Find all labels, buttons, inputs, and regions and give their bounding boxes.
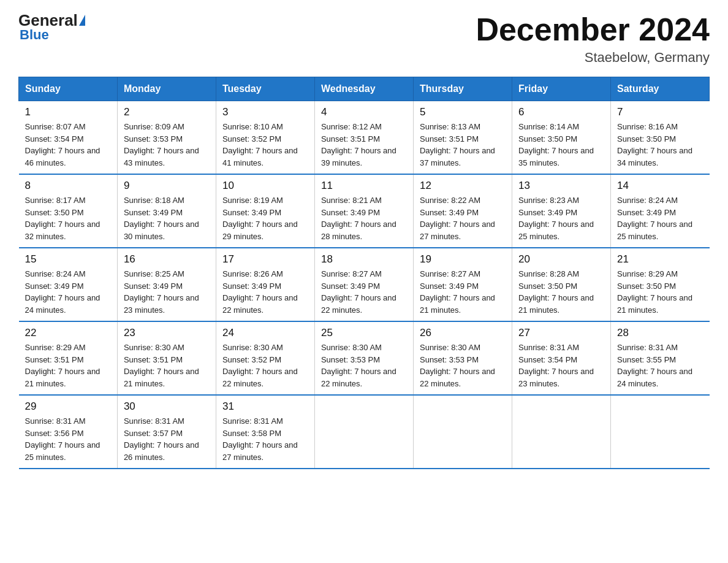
- day-number: 31: [222, 400, 308, 413]
- day-number: 4: [321, 106, 407, 118]
- calendar-cell: 4 Sunrise: 8:12 AMSunset: 3:51 PMDayligh…: [314, 101, 413, 175]
- calendar-cell: 3 Sunrise: 8:10 AMSunset: 3:52 PMDayligh…: [216, 101, 314, 175]
- column-header-tuesday: Tuesday: [216, 77, 314, 101]
- day-info: Sunrise: 8:25 AMSunset: 3:49 PMDaylight:…: [124, 269, 199, 315]
- day-info: Sunrise: 8:27 AMSunset: 3:49 PMDaylight:…: [420, 269, 495, 315]
- day-number: 6: [518, 106, 604, 118]
- calendar-table: SundayMondayTuesdayWednesdayThursdayFrid…: [18, 77, 710, 469]
- day-number: 13: [518, 180, 604, 192]
- logo-triangle-icon: [79, 15, 85, 26]
- week-row-2: 8 Sunrise: 8:17 AMSunset: 3:50 PMDayligh…: [19, 174, 710, 248]
- day-number: 19: [420, 253, 506, 266]
- day-number: 17: [222, 253, 308, 266]
- day-info: Sunrise: 8:24 AMSunset: 3:49 PMDaylight:…: [25, 269, 100, 315]
- column-header-monday: Monday: [117, 77, 216, 101]
- day-info: Sunrise: 8:29 AMSunset: 3:51 PMDaylight:…: [25, 343, 100, 388]
- week-row-5: 29 Sunrise: 8:31 AMSunset: 3:56 PMDaylig…: [19, 395, 710, 469]
- day-number: 2: [124, 106, 210, 118]
- calendar-cell: 16 Sunrise: 8:25 AMSunset: 3:49 PMDaylig…: [117, 248, 216, 321]
- calendar-cell: [413, 395, 512, 469]
- day-number: 11: [321, 180, 407, 192]
- calendar-cell: [314, 395, 413, 469]
- day-number: 26: [420, 327, 506, 339]
- day-info: Sunrise: 8:12 AMSunset: 3:51 PMDaylight:…: [321, 122, 396, 167]
- day-number: 24: [222, 327, 308, 339]
- calendar-cell: 2 Sunrise: 8:09 AMSunset: 3:53 PMDayligh…: [117, 101, 216, 175]
- calendar-cell: 18 Sunrise: 8:27 AMSunset: 3:49 PMDaylig…: [314, 248, 413, 321]
- day-number: 18: [321, 253, 407, 266]
- calendar-cell: 14 Sunrise: 8:24 AMSunset: 3:49 PMDaylig…: [611, 174, 710, 248]
- calendar-cell: 15 Sunrise: 8:24 AMSunset: 3:49 PMDaylig…: [19, 248, 118, 321]
- calendar-cell: 13 Sunrise: 8:23 AMSunset: 3:49 PMDaylig…: [512, 174, 611, 248]
- logo-blue-text: Blue: [20, 27, 49, 43]
- day-number: 21: [617, 253, 703, 266]
- day-info: Sunrise: 8:13 AMSunset: 3:51 PMDaylight:…: [420, 122, 495, 167]
- day-info: Sunrise: 8:31 AMSunset: 3:55 PMDaylight:…: [617, 343, 692, 388]
- week-row-3: 15 Sunrise: 8:24 AMSunset: 3:49 PMDaylig…: [19, 248, 710, 321]
- calendar-cell: 26 Sunrise: 8:30 AMSunset: 3:53 PMDaylig…: [413, 321, 512, 395]
- calendar-cell: 31 Sunrise: 8:31 AMSunset: 3:58 PMDaylig…: [216, 395, 314, 469]
- calendar-cell: 12 Sunrise: 8:22 AMSunset: 3:49 PMDaylig…: [413, 174, 512, 248]
- day-number: 27: [518, 327, 604, 339]
- calendar-cell: 21 Sunrise: 8:29 AMSunset: 3:50 PMDaylig…: [611, 248, 710, 321]
- main-title: December 2024: [476, 12, 710, 47]
- day-info: Sunrise: 8:19 AMSunset: 3:49 PMDaylight:…: [222, 196, 298, 241]
- calendar-cell: 23 Sunrise: 8:30 AMSunset: 3:51 PMDaylig…: [117, 321, 216, 395]
- day-info: Sunrise: 8:10 AMSunset: 3:52 PMDaylight:…: [222, 122, 298, 167]
- day-info: Sunrise: 8:16 AMSunset: 3:50 PMDaylight:…: [617, 122, 692, 167]
- day-info: Sunrise: 8:21 AMSunset: 3:49 PMDaylight:…: [321, 196, 396, 241]
- day-number: 5: [420, 106, 506, 118]
- calendar-cell: 30 Sunrise: 8:31 AMSunset: 3:57 PMDaylig…: [117, 395, 216, 469]
- day-number: 30: [124, 400, 210, 413]
- calendar-cell: 19 Sunrise: 8:27 AMSunset: 3:49 PMDaylig…: [413, 248, 512, 321]
- day-info: Sunrise: 8:29 AMSunset: 3:50 PMDaylight:…: [617, 269, 692, 315]
- day-info: Sunrise: 8:18 AMSunset: 3:49 PMDaylight:…: [124, 196, 199, 241]
- day-info: Sunrise: 8:31 AMSunset: 3:56 PMDaylight:…: [25, 416, 100, 462]
- day-number: 14: [617, 180, 703, 192]
- day-info: Sunrise: 8:24 AMSunset: 3:49 PMDaylight:…: [617, 196, 692, 241]
- column-header-thursday: Thursday: [413, 77, 512, 101]
- day-info: Sunrise: 8:09 AMSunset: 3:53 PMDaylight:…: [124, 122, 199, 167]
- day-number: 23: [124, 327, 210, 339]
- calendar-cell: 24 Sunrise: 8:30 AMSunset: 3:52 PMDaylig…: [216, 321, 314, 395]
- column-header-sunday: Sunday: [19, 77, 118, 101]
- day-info: Sunrise: 8:07 AMSunset: 3:54 PMDaylight:…: [25, 122, 100, 167]
- calendar-cell: 27 Sunrise: 8:31 AMSunset: 3:54 PMDaylig…: [512, 321, 611, 395]
- logo-general-text: General: [18, 12, 78, 28]
- day-info: Sunrise: 8:28 AMSunset: 3:50 PMDaylight:…: [518, 269, 594, 315]
- calendar-cell: 9 Sunrise: 8:18 AMSunset: 3:49 PMDayligh…: [117, 174, 216, 248]
- calendar-cell: 22 Sunrise: 8:29 AMSunset: 3:51 PMDaylig…: [19, 321, 118, 395]
- calendar-cell: 17 Sunrise: 8:26 AMSunset: 3:49 PMDaylig…: [216, 248, 314, 321]
- day-number: 22: [25, 327, 111, 339]
- calendar-cell: 28 Sunrise: 8:31 AMSunset: 3:55 PMDaylig…: [611, 321, 710, 395]
- day-info: Sunrise: 8:22 AMSunset: 3:49 PMDaylight:…: [420, 196, 495, 241]
- calendar-cell: 10 Sunrise: 8:19 AMSunset: 3:49 PMDaylig…: [216, 174, 314, 248]
- calendar-cell: 1 Sunrise: 8:07 AMSunset: 3:54 PMDayligh…: [19, 101, 118, 175]
- calendar-cell: 11 Sunrise: 8:21 AMSunset: 3:49 PMDaylig…: [314, 174, 413, 248]
- day-info: Sunrise: 8:17 AMSunset: 3:50 PMDaylight:…: [25, 196, 100, 241]
- day-number: 12: [420, 180, 506, 192]
- day-info: Sunrise: 8:30 AMSunset: 3:53 PMDaylight:…: [321, 343, 396, 388]
- page-header: General Blue December 2024 Staebelow, Ge…: [18, 12, 710, 66]
- day-info: Sunrise: 8:31 AMSunset: 3:58 PMDaylight:…: [222, 416, 298, 462]
- calendar-cell: 5 Sunrise: 8:13 AMSunset: 3:51 PMDayligh…: [413, 101, 512, 175]
- day-number: 1: [25, 106, 111, 118]
- day-number: 29: [25, 400, 111, 413]
- calendar-cell: 6 Sunrise: 8:14 AMSunset: 3:50 PMDayligh…: [512, 101, 611, 175]
- calendar-cell: [611, 395, 710, 469]
- sub-title: Staebelow, Germany: [476, 50, 710, 66]
- day-number: 9: [124, 180, 210, 192]
- calendar-cell: 29 Sunrise: 8:31 AMSunset: 3:56 PMDaylig…: [19, 395, 118, 469]
- day-number: 16: [124, 253, 210, 266]
- day-number: 28: [617, 327, 703, 339]
- column-header-wednesday: Wednesday: [314, 77, 413, 101]
- day-info: Sunrise: 8:30 AMSunset: 3:51 PMDaylight:…: [124, 343, 199, 388]
- day-number: 15: [25, 253, 111, 266]
- column-header-saturday: Saturday: [611, 77, 710, 101]
- day-info: Sunrise: 8:14 AMSunset: 3:50 PMDaylight:…: [518, 122, 594, 167]
- day-number: 20: [518, 253, 604, 266]
- calendar-cell: [512, 395, 611, 469]
- calendar-cell: 25 Sunrise: 8:30 AMSunset: 3:53 PMDaylig…: [314, 321, 413, 395]
- day-number: 7: [617, 106, 703, 118]
- day-info: Sunrise: 8:26 AMSunset: 3:49 PMDaylight:…: [222, 269, 298, 315]
